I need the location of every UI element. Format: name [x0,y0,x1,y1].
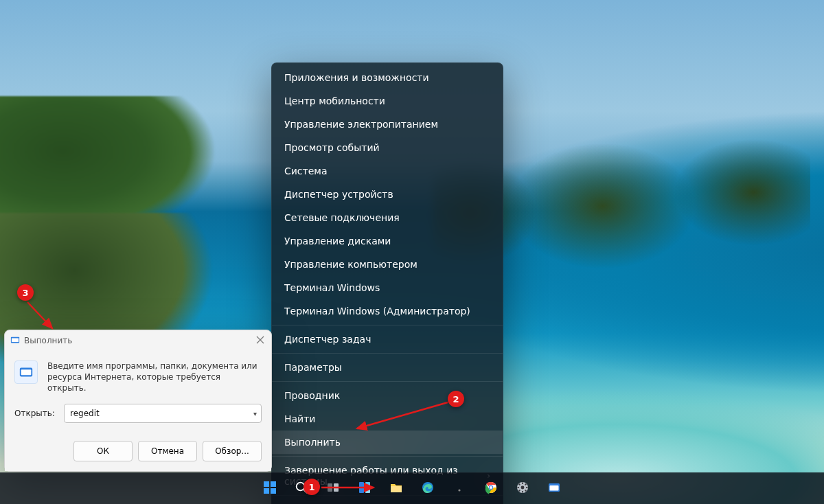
annotation-callout-2: 2 [448,391,464,407]
run-open-input[interactable] [64,404,262,423]
menu-item[interactable]: Терминал Windows [272,276,503,299]
menu-item[interactable]: Управление дисками [272,229,503,253]
taskbar-run-button[interactable] [540,475,568,503]
winx-context-menu: Приложения и возможностиЦентр мобильност… [271,62,503,504]
svg-rect-12 [359,482,364,493]
task-view-icon [326,481,340,497]
svg-rect-6 [264,488,269,494]
menu-item-label: Терминал Windows [284,282,380,293]
menu-item-label: Система [284,165,327,176]
menu-item-label: Проводник [284,390,340,401]
widgets-icon [358,481,371,497]
menu-item[interactable]: Найти [272,407,503,431]
run-title-icon [10,335,20,347]
svg-rect-32 [550,485,559,491]
ok-button[interactable]: ОК [73,441,133,461]
run-description: Введите имя программы, папки, документа … [47,360,262,394]
run-icon [547,481,561,497]
menu-item-label: Параметры [284,362,342,373]
menu-item[interactable]: Выполнить [272,431,503,454]
menu-separator [272,353,503,354]
svg-rect-7 [271,488,276,494]
chrome-icon [484,481,498,497]
run-app-icon [14,360,38,384]
run-dialog: Выполнить Введите имя программы, папки, … [4,330,272,472]
menu-item[interactable]: Центр мобильности [272,89,503,113]
taskbar [0,472,824,504]
run-titlebar[interactable]: Выполнить [5,330,271,351]
taskbar-app-1-button[interactable] [446,475,473,503]
menu-separator [272,456,503,457]
svg-rect-4 [264,481,269,487]
start-icon [262,480,277,498]
menu-item[interactable]: Управление компьютером [272,253,503,276]
annotation-callout-1: 1 [304,479,320,495]
menu-item-label: Выполнить [284,437,341,448]
run-title-text: Выполнить [24,336,72,345]
menu-separator [272,381,503,382]
menu-item-label: Центр мобильности [284,95,385,106]
menu-item-label: Управление компьютером [284,259,417,270]
annotation-callout-3: 3 [17,284,34,301]
svg-point-17 [458,489,460,491]
menu-item[interactable]: Терминал Windows (Администратор) [272,299,503,323]
menu-item-label: Управление электропитанием [284,119,438,130]
menu-item-label: Просмотр событий [284,142,380,153]
edge-icon [421,481,435,497]
svg-point-22 [521,485,525,489]
taskbar-edge-button[interactable] [414,475,442,503]
svg-point-20 [490,485,492,488]
app-1-icon [453,481,466,497]
taskbar-widgets-button[interactable] [351,475,378,503]
menu-item[interactable]: Система [272,159,503,183]
browse-button[interactable]: Обзор... [203,441,262,461]
svg-rect-1 [12,338,19,342]
menu-separator [272,325,503,325]
menu-item[interactable]: Проводник [272,384,503,407]
menu-item-label: Приложения и возможности [284,72,429,83]
close-button[interactable] [244,334,264,347]
menu-item-label: Терминал Windows (Администратор) [284,306,470,317]
taskbar-settings-button[interactable] [509,475,536,503]
menu-item[interactable]: Управление электропитанием [272,113,503,136]
menu-item[interactable]: Просмотр событий [272,136,503,159]
taskbar-task-view-button[interactable] [319,475,347,503]
menu-item-label: Диспетчер устройств [284,189,393,200]
svg-rect-10 [328,483,332,492]
svg-rect-11 [334,483,339,492]
taskbar-chrome-button[interactable] [477,475,505,503]
svg-rect-14 [365,488,370,493]
svg-rect-13 [365,482,370,487]
svg-rect-5 [271,481,276,487]
menu-item-label: Управление дисками [284,236,391,247]
menu-item[interactable]: Диспетчер устройств [272,183,503,206]
run-open-label: Открыть: [14,409,57,418]
svg-rect-15 [391,486,402,492]
taskbar-file-explorer-button[interactable] [382,475,410,503]
menu-item[interactable]: Диспетчер задач [272,328,503,351]
menu-item[interactable]: Приложения и возможности [272,66,503,89]
settings-icon [516,481,529,497]
menu-item-label: Диспетчер задач [284,334,371,345]
menu-item[interactable]: Сетевые подключения [272,206,503,229]
menu-item[interactable]: Параметры [272,356,503,379]
taskbar-start-button[interactable] [256,475,284,503]
cancel-button[interactable]: Отмена [138,441,197,461]
svg-rect-3 [21,369,32,375]
file-explorer-icon [389,481,403,497]
menu-item-label: Найти [284,413,315,424]
menu-item-label: Сетевые подключения [284,212,400,223]
